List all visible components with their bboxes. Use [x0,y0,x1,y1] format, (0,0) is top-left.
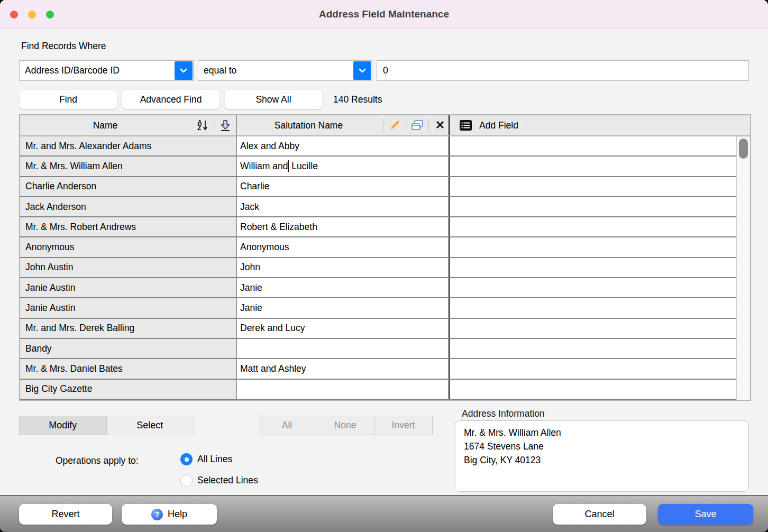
help-button[interactable]: ? Help [122,504,217,525]
salutation-cell[interactable]: John [237,258,450,277]
select-all-button[interactable]: All [258,416,316,435]
header-divider [428,118,429,132]
chevron-down-icon [353,61,371,80]
name-cell[interactable]: Charlie Anderson [20,177,237,196]
name-cell[interactable]: John Austin [20,258,237,277]
header-divider [383,118,383,132]
salutation-cell[interactable]: Anonymous [237,237,450,256]
table-row[interactable]: Mr. and Mrs. Alexander AdamsAlex and Abb… [20,136,736,157]
name-cell[interactable]: Anonymous [20,237,237,256]
minimize-window-button[interactable] [28,11,36,19]
find-value-input[interactable] [377,60,749,81]
address-line: 1674 Stevens Lane [464,439,740,453]
table-row[interactable]: Mr. & Mrs. Daniel BatesMatt and Ashley [20,359,736,379]
vertical-scrollbar[interactable] [736,136,750,400]
extra-field-cell[interactable] [450,136,736,155]
name-cell[interactable]: Bandy [20,339,237,358]
name-cell[interactable]: Mr. & Mrs. Daniel Bates [20,359,237,378]
find-button[interactable]: Find [19,89,117,109]
table-row[interactable]: Bandy [20,339,736,359]
extra-field-cell[interactable] [450,298,736,317]
table-row[interactable]: Big City Gazette [20,380,736,400]
name-cell[interactable]: Mr. & Mrs. Robert Andrews [20,217,237,236]
table-row[interactable]: Jack AndersonJack [20,197,736,217]
fill-down-arrow-icon[interactable] [217,117,234,134]
salutation-cell[interactable] [237,339,450,358]
extra-field-cell[interactable] [450,359,736,378]
add-field-column-header: Add Field [450,115,750,135]
extra-field-cell[interactable] [450,319,736,338]
extra-field-cell[interactable] [450,177,736,196]
selected-lines-radio[interactable] [180,474,193,487]
close-window-button[interactable] [10,11,18,19]
name-cell[interactable]: Janie Austin [20,278,237,297]
save-button[interactable]: Save [658,504,753,525]
find-records-where-label: Find Records Where [21,41,106,52]
table-row[interactable]: Mr. & Mrs. William AllenWilliam and Luci… [20,157,736,177]
table-row[interactable]: Charlie AndersonCharlie [20,177,736,197]
table-row[interactable]: John AustinJohn [20,258,736,278]
all-lines-radio-row: All Lines [180,453,232,465]
table-row[interactable]: Mr. and Mrs. Derek BallingDerek and Lucy [20,319,736,339]
pencil-icon[interactable] [386,117,403,134]
extra-field-cell[interactable] [450,380,736,399]
extra-field-cell[interactable] [450,278,736,297]
vertical-scrollbar-thumb[interactable] [739,139,748,159]
list-document-icon[interactable] [457,117,474,134]
name-cell[interactable]: Mr. & Mrs. William Allen [20,157,237,176]
extra-field-cell[interactable] [450,157,736,176]
table-header: Name AZ Salutation Name [20,115,750,136]
address-field-maintenance-window: Address Field Maintenance Find Records W… [0,0,768,532]
copy-windows-icon[interactable] [409,117,426,134]
extra-field-cell[interactable] [450,197,736,216]
all-lines-radio[interactable] [180,453,193,465]
tab-select[interactable]: Select [107,416,194,435]
tab-modify[interactable]: Modify [19,416,107,435]
salutation-column-header[interactable]: Salutation Name ✕ [237,115,450,135]
cancel-button[interactable]: Cancel [553,504,646,525]
salutation-cell[interactable]: Charlie [237,177,450,196]
sort-a-to-z-icon[interactable]: AZ [194,117,211,134]
name-cell[interactable]: Big City Gazette [20,380,237,399]
name-cell[interactable]: Mr. and Mrs. Derek Balling [20,319,237,338]
name-cell[interactable]: Jack Anderson [20,197,237,216]
table-row[interactable]: Mr. & Mrs. Robert AndrewsRobert & Elizab… [20,217,736,237]
salutation-cell[interactable]: William and Lucille [237,157,450,176]
invert-selection-button[interactable]: Invert [374,416,433,435]
add-field-label[interactable]: Add Field [479,120,518,131]
address-information-label: Address Information [462,408,545,419]
field-selector-dropdown[interactable]: Address ID/Barcode ID [19,60,194,81]
mode-tabs: Modify Select [19,416,194,435]
question-mark-icon: ? [151,509,163,520]
salutation-cell[interactable] [237,380,450,399]
extra-field-cell[interactable] [450,339,736,358]
table-body: Mr. and Mrs. Alexander AdamsAlex and Abb… [20,136,750,400]
extra-field-cell[interactable] [450,237,736,256]
table-row[interactable]: Janie AustinJanie [20,278,736,298]
name-cell[interactable]: Janie Austin [20,298,237,317]
salutation-cell[interactable]: Janie [237,298,450,317]
select-none-button[interactable]: None [316,416,374,435]
table-row[interactable]: AnonymousAnonymous [20,237,736,258]
table-row[interactable]: Janie AustinJanie [20,298,736,318]
title-bar: Address Field Maintenance [0,0,768,29]
revert-button[interactable]: Revert [19,504,112,525]
name-cell[interactable]: Mr. and Mrs. Alexander Adams [20,136,237,155]
salutation-cell[interactable]: Jack [237,197,450,216]
extra-field-cell[interactable] [450,258,736,277]
salutation-cell[interactable]: Alex and Abby [237,136,450,155]
salutation-cell[interactable]: Matt and Ashley [237,359,450,378]
name-column-header[interactable]: Name AZ [20,115,237,135]
advanced-find-button[interactable]: Advanced Find [122,89,220,109]
salutation-cell[interactable]: Robert & Elizabeth [237,217,450,236]
salutation-cell[interactable]: Derek and Lucy [237,319,450,338]
show-all-button[interactable]: Show All [224,89,323,109]
header-divider [214,118,214,132]
salutation-cell[interactable]: Janie [237,278,450,297]
operator-selector-value: equal to [198,65,353,76]
delete-x-icon[interactable]: ✕ [432,117,449,134]
operator-selector-dropdown[interactable]: equal to [198,60,372,81]
zoom-window-button[interactable] [46,11,54,19]
extra-field-cell[interactable] [450,217,736,236]
header-divider [406,118,406,132]
